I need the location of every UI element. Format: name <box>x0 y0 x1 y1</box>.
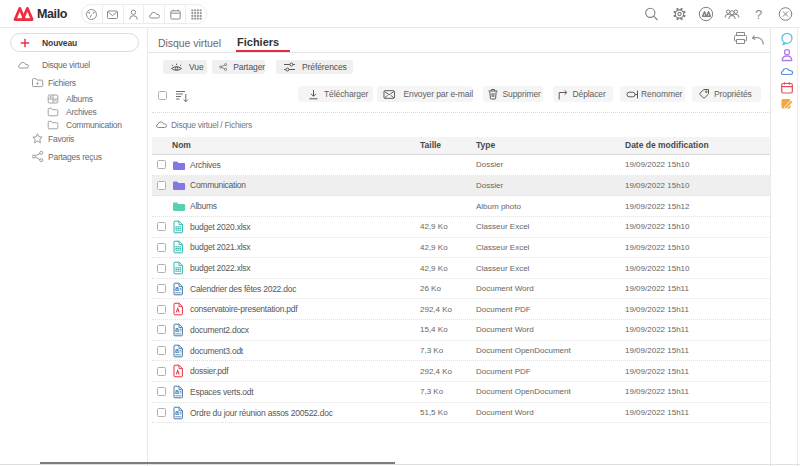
svg-text:a: a <box>175 388 179 395</box>
svg-text:a: a <box>175 285 179 292</box>
svg-text:a: a <box>175 409 179 416</box>
svg-text:a: a <box>175 326 179 333</box>
svg-text:a: a <box>175 347 179 354</box>
